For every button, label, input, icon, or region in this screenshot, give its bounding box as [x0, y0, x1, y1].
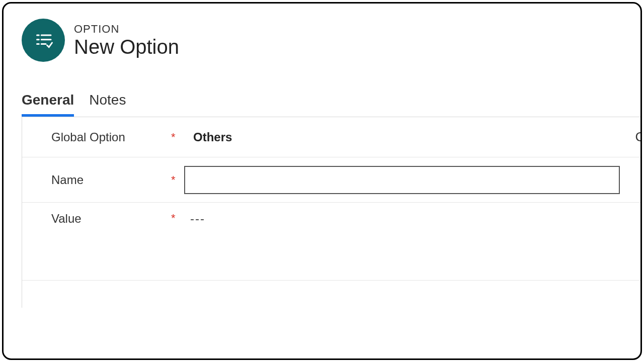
row-value: Value * ---: [22, 203, 640, 281]
header-eyebrow: OPTION: [74, 23, 179, 36]
form-panel: Global Option * Others C Name * Value * …: [22, 117, 640, 308]
label-global-option: Global Option: [51, 130, 171, 144]
row-spacer: [22, 281, 640, 306]
required-marker: *: [171, 212, 184, 225]
tab-general[interactable]: General: [22, 92, 74, 117]
tab-notes[interactable]: Notes: [89, 92, 126, 117]
row-name: Name *: [22, 157, 640, 203]
label-value: Value: [51, 212, 171, 226]
tab-bar: General Notes: [4, 67, 640, 117]
label-name: Name: [51, 173, 171, 187]
value-field[interactable]: ---: [184, 212, 640, 226]
row-global-option: Global Option * Others C: [22, 117, 640, 157]
global-option-lookup[interactable]: Others C: [184, 130, 640, 144]
value-display: ---: [184, 212, 205, 226]
name-input[interactable]: [184, 166, 620, 194]
header-text: OPTION New Option: [74, 23, 179, 58]
form-header: OPTION New Option: [4, 4, 640, 67]
required-marker: *: [171, 173, 184, 187]
page-title: New Option: [74, 36, 179, 58]
option-list-icon: [22, 19, 65, 62]
required-marker: *: [171, 131, 184, 144]
global-option-value: Others: [184, 130, 232, 144]
lookup-open-icon[interactable]: C: [632, 129, 642, 145]
form-window: OPTION New Option General Notes Global O…: [2, 2, 642, 360]
